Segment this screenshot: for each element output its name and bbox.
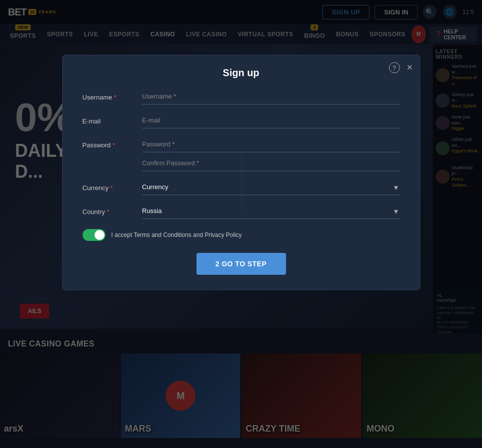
username-label: Username * <box>83 89 132 101</box>
currency-select[interactable]: Currency USD EUR RUB <box>142 179 400 195</box>
email-row: E-mail <box>83 112 400 128</box>
terms-toggle[interactable] <box>83 229 105 241</box>
required-marker: * <box>110 184 113 192</box>
terms-toggle-row: I accept Terms and Conditions and Privac… <box>83 229 400 241</box>
email-inputs <box>142 112 400 128</box>
password-inputs <box>142 136 400 171</box>
required-marker: * <box>107 208 109 216</box>
signup-modal: Sign up ? × Username * E-mail Password * <box>62 55 420 290</box>
currency-label: Currency * <box>83 179 132 192</box>
password-label: Password * <box>83 136 132 149</box>
form-divider <box>241 155 242 210</box>
required-marker: * <box>112 141 115 149</box>
step2-button[interactable]: 2 GO TO STEP <box>196 253 286 275</box>
toggle-knob <box>95 230 104 240</box>
confirm-password-input[interactable] <box>142 155 400 171</box>
username-input[interactable] <box>142 89 400 105</box>
modal-overlay: Sign up ? × Username * E-mail Password * <box>0 0 482 448</box>
email-input[interactable] <box>142 112 400 128</box>
country-select[interactable]: Russia USA UK <box>142 203 400 219</box>
required-marker: * <box>114 94 116 101</box>
modal-help-icon[interactable]: ? <box>389 62 400 73</box>
modal-title: Sign up <box>83 67 400 79</box>
terms-toggle-label: I accept Terms and Conditions and Privac… <box>111 231 242 238</box>
country-select-wrapper: Russia USA UK <box>142 203 400 219</box>
currency-select-wrapper: Currency USD EUR RUB <box>142 179 400 195</box>
country-inputs: Russia USA UK <box>142 203 400 219</box>
country-label: Country * <box>83 203 132 216</box>
username-row: Username * <box>83 89 400 105</box>
username-inputs <box>142 89 400 105</box>
password-input[interactable] <box>142 136 400 152</box>
currency-inputs: Currency USD EUR RUB <box>142 179 400 195</box>
email-label: E-mail <box>83 112 132 125</box>
modal-close-button[interactable]: × <box>407 62 413 72</box>
